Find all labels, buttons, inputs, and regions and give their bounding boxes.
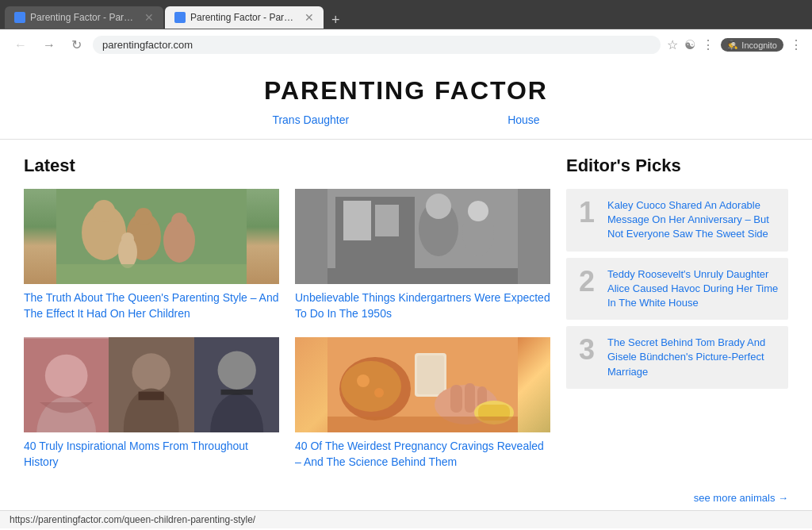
- tab-1-title: Parenting Factor - Parenting Fac...: [30, 12, 138, 23]
- cravings-svg: [295, 337, 550, 432]
- tab-1-favicon: [14, 12, 25, 23]
- top-link-house[interactable]: House: [508, 113, 539, 126]
- mom-photo-1: [24, 337, 109, 432]
- mom1-svg: [24, 337, 109, 432]
- pick-title-3[interactable]: The Secret Behind Tom Brady And Gisele B…: [607, 336, 779, 379]
- editors-picks: Editor's Picks 1 Kaley Cuoco Shared An A…: [566, 156, 788, 470]
- tab-2-close[interactable]: ✕: [304, 11, 314, 24]
- pick-item-2: 2 Teddy Roosevelt's Unruly Daughter Alic…: [566, 258, 788, 321]
- article-img-kindergartners: [295, 189, 550, 284]
- forward-button[interactable]: →: [38, 35, 60, 56]
- pick-number-1: 1: [576, 198, 598, 227]
- cravings-photo: [295, 337, 550, 432]
- article-title-kindergartners[interactable]: Unbelievable Things Kindergartners Were …: [295, 290, 550, 321]
- latest-title: Latest: [24, 156, 550, 176]
- address-input[interactable]: [93, 36, 661, 54]
- address-bar: ← → ↻ ☆ ☯ ⋮ 🕵 Incognito ⋮: [0, 29, 812, 60]
- picks-list: 1 Kaley Cuoco Shared An Adorable Message…: [566, 189, 788, 389]
- incognito-badge: 🕵 Incognito: [721, 38, 783, 52]
- article-title-queen[interactable]: The Truth About The Queen's Parenting St…: [24, 290, 279, 321]
- incognito-label: Incognito: [741, 40, 777, 50]
- mom3-svg: [194, 337, 279, 432]
- tab-2-title: Parenting Factor - Parenting Fac...: [190, 12, 298, 23]
- tab-1[interactable]: Parenting Factor - Parenting Fac... ✕: [5, 6, 163, 29]
- svg-rect-38: [450, 385, 462, 413]
- moms-photo: [24, 337, 279, 432]
- svg-rect-9: [56, 264, 247, 284]
- family-svg: [24, 189, 279, 284]
- vertical-dots-icon[interactable]: ⋮: [790, 37, 802, 52]
- article-title-cravings[interactable]: 40 Of The Weirdest Pregnancy Cravings Re…: [295, 439, 550, 470]
- tab-bar: Parenting Factor - Parenting Fac... ✕ Pa…: [0, 0, 812, 29]
- article-img-queen: [24, 189, 279, 284]
- extensions-icon[interactable]: ☯: [684, 37, 695, 52]
- incognito-icon: 🕵: [727, 40, 738, 50]
- article-card-queen: The Truth About The Queen's Parenting St…: [24, 189, 279, 321]
- pick-number-2: 2: [576, 267, 598, 296]
- mom2-svg: [109, 337, 193, 432]
- tab-2[interactable]: Parenting Factor - Parenting Fac... ✕: [165, 6, 324, 29]
- queen-photo: [24, 189, 279, 284]
- top-link-trans[interactable]: Trans Daughter: [272, 113, 349, 126]
- browser-chrome: Parenting Factor - Parenting Fac... ✕ Pa…: [0, 0, 812, 60]
- svg-rect-13: [375, 205, 399, 236]
- back-button[interactable]: ←: [10, 35, 32, 56]
- pick-number-3: 3: [576, 336, 598, 364]
- svg-rect-43: [327, 417, 518, 432]
- latest-section: Latest: [24, 156, 550, 470]
- svg-rect-18: [327, 268, 518, 284]
- pick-title-1[interactable]: Kaley Cuoco Shared An Adorable Message O…: [607, 198, 779, 242]
- svg-point-32: [341, 361, 401, 412]
- pick-item-3: 3 The Secret Behind Tom Brady And Gisele…: [566, 326, 788, 389]
- svg-rect-36: [417, 355, 444, 394]
- article-img-cravings: [295, 337, 550, 432]
- bw-svg: [295, 189, 550, 284]
- mom-photo-2: [109, 337, 193, 432]
- svg-rect-12: [343, 201, 371, 240]
- see-more-link[interactable]: see more animals →: [0, 486, 812, 510]
- svg-rect-39: [465, 383, 475, 413]
- svg-point-34: [374, 388, 384, 398]
- page-wrapper: PARENTING FACTOR Trans Daughter House La…: [0, 60, 812, 510]
- editors-picks-title: Editor's Picks: [566, 156, 788, 176]
- svg-point-6: [171, 213, 187, 229]
- articles-grid: The Truth About The Queen's Parenting St…: [24, 189, 550, 470]
- status-bar: https://parentingfactor.com/queen-childr…: [0, 510, 812, 528]
- svg-point-33: [357, 374, 370, 387]
- svg-point-23: [132, 353, 170, 391]
- svg-point-20: [45, 355, 88, 398]
- tab-2-favicon: [174, 12, 186, 23]
- article-card-cravings: 40 Of The Weirdest Pregnancy Cravings Re…: [295, 337, 550, 470]
- svg-point-15: [426, 194, 451, 219]
- top-nav: Trans Daughter House: [0, 113, 812, 140]
- bookmark-icon[interactable]: ☆: [667, 37, 678, 52]
- main-content: Latest: [0, 140, 812, 486]
- status-url: https://parentingfactor.com/queen-childr…: [10, 514, 255, 525]
- article-img-moms: [24, 337, 279, 432]
- svg-point-8: [121, 232, 134, 245]
- reload-button[interactable]: ↻: [67, 34, 86, 56]
- svg-point-4: [135, 208, 152, 225]
- svg-point-2: [93, 200, 115, 222]
- article-card-moms: 40 Truly Inspirational Moms From Through…: [24, 337, 279, 470]
- article-title-moms[interactable]: 40 Truly Inspirational Moms From Through…: [24, 439, 279, 470]
- svg-rect-25: [139, 392, 164, 401]
- mom-photo-3: [194, 337, 279, 432]
- kindergartners-photo: [295, 189, 550, 284]
- new-tab-button[interactable]: +: [325, 12, 347, 29]
- svg-point-27: [217, 351, 255, 390]
- svg-point-17: [468, 201, 488, 221]
- pick-item-1: 1 Kaley Cuoco Shared An Adorable Message…: [566, 189, 788, 252]
- menu-icon[interactable]: ⋮: [702, 37, 714, 52]
- pick-title-2[interactable]: Teddy Roosevelt's Unruly Daughter Alice …: [607, 267, 779, 311]
- article-card-kindergartners: Unbelievable Things Kindergartners Were …: [295, 189, 550, 321]
- address-icons: ☆ ☯ ⋮ 🕵 Incognito ⋮: [667, 37, 802, 52]
- site-title: PARENTING FACTOR: [0, 60, 812, 113]
- tab-1-close[interactable]: ✕: [144, 11, 154, 24]
- svg-rect-29: [220, 390, 252, 395]
